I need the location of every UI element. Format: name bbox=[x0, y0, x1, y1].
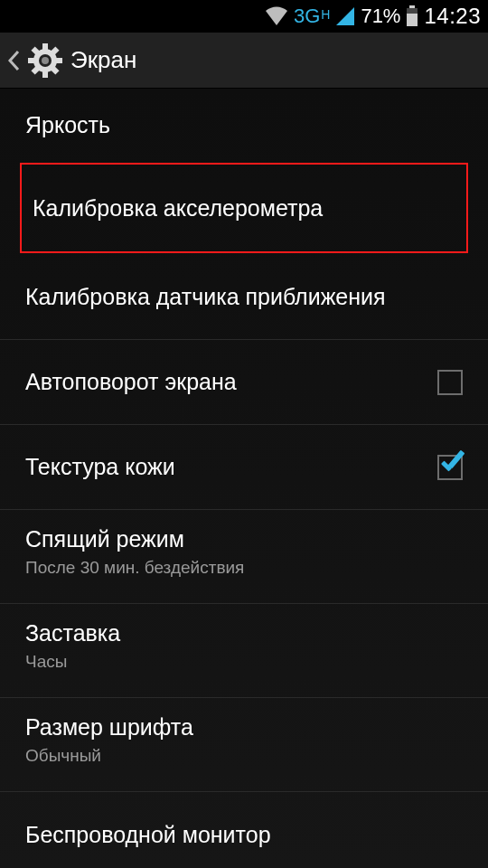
signal-icon bbox=[335, 6, 355, 26]
row-fontsize-sub: Обычный bbox=[25, 746, 193, 766]
settings-icon bbox=[27, 42, 63, 79]
row-font-size[interactable]: Размер шрифта Обычный bbox=[0, 698, 488, 792]
row-sleep[interactable]: Спящий режим После 30 мин. бездействия bbox=[0, 510, 488, 604]
row-fontsize-title: Размер шрифта bbox=[25, 714, 193, 741]
skin-texture-checkbox[interactable] bbox=[437, 455, 463, 480]
row-brightness-label: Яркость bbox=[25, 112, 110, 138]
row-autorotate-label: Автоповорот экрана bbox=[25, 369, 237, 395]
page-title: Экран bbox=[70, 46, 136, 74]
clock-label: 14:23 bbox=[424, 4, 481, 29]
network-suffix-text: H bbox=[321, 7, 330, 22]
row-skin-texture[interactable]: Текстура кожи bbox=[0, 425, 488, 510]
svg-rect-7 bbox=[55, 58, 62, 63]
battery-percent-label: 71% bbox=[361, 5, 400, 28]
settings-list: Яркость Калибровка акселерометра Калибро… bbox=[0, 89, 488, 868]
svg-rect-4 bbox=[42, 43, 48, 51]
network-type-label: 3G H bbox=[294, 5, 330, 28]
row-daydream[interactable]: Заставка Часы bbox=[0, 604, 488, 698]
battery-icon bbox=[406, 5, 418, 27]
row-daydream-sub: Часы bbox=[25, 652, 120, 672]
back-icon[interactable] bbox=[7, 50, 20, 71]
status-bar: 3G H 71% 14:23 bbox=[0, 0, 488, 33]
action-bar[interactable]: Экран bbox=[0, 33, 488, 89]
row-autorotate[interactable]: Автоповорот экрана bbox=[0, 340, 488, 425]
svg-rect-0 bbox=[409, 5, 415, 8]
wifi-icon bbox=[265, 6, 288, 26]
row-accelerometer-calibration[interactable]: Калибровка акселерометра bbox=[20, 163, 468, 253]
autorotate-checkbox[interactable] bbox=[437, 370, 463, 395]
network-type-text: 3G bbox=[294, 5, 320, 28]
row-accel-label: Калибровка акселерометра bbox=[27, 195, 323, 222]
row-sleep-sub: После 30 мин. бездействия bbox=[25, 558, 244, 578]
row-daydream-title: Заставка bbox=[25, 620, 120, 646]
row-wireless-label: Беспроводной монитор bbox=[25, 822, 271, 848]
svg-rect-6 bbox=[28, 58, 35, 63]
row-prox-label: Калибровка датчика приближения bbox=[25, 284, 386, 310]
row-wireless-display[interactable]: Беспроводной монитор bbox=[0, 792, 488, 868]
svg-rect-2 bbox=[407, 14, 418, 26]
row-sleep-title: Спящий режим bbox=[25, 526, 244, 552]
row-brightness[interactable]: Яркость bbox=[0, 89, 488, 161]
row-proximity-calibration[interactable]: Калибровка датчика приближения bbox=[0, 255, 488, 340]
row-skin-label: Текстура кожи bbox=[25, 454, 175, 480]
svg-rect-5 bbox=[42, 71, 48, 78]
svg-point-13 bbox=[42, 57, 49, 64]
